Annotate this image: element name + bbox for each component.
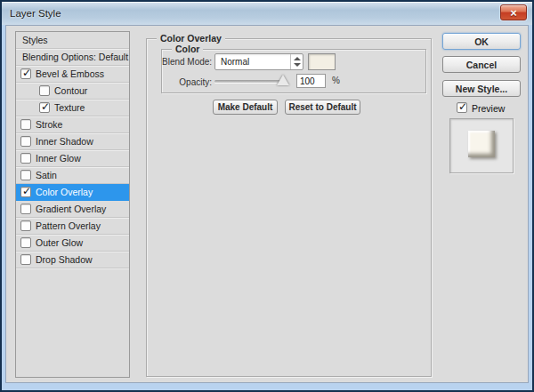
sidebar-item-outer-glow[interactable]: Outer Glow [16, 235, 129, 252]
sidebar-item-stroke[interactable]: Stroke [16, 116, 129, 133]
dialog-body: Styles Blending Options: Default Bevel &… [5, 25, 529, 383]
sidebar-item-label: Gradient Overlay [36, 201, 106, 217]
sidebar-item-texture[interactable]: Texture [16, 100, 129, 116]
sidebar-item-satin[interactable]: Satin [16, 167, 129, 184]
opacity-unit: % [332, 76, 340, 85]
new-style-button[interactable]: New Style... [442, 80, 521, 97]
slider-track [214, 80, 285, 83]
titlebar[interactable]: Layer Style × [2, 2, 532, 25]
styles-list: Styles Blending Options: Default Bevel &… [15, 31, 130, 378]
sidebar-item-gradient-overlay[interactable]: Gradient Overlay [16, 201, 129, 218]
sidebar-item-label: Texture [54, 100, 85, 116]
slider-thumb[interactable] [277, 75, 289, 85]
sidebar-item-blending-options-default[interactable]: Blending Options: Default [16, 49, 129, 66]
blend-mode-select[interactable]: Normal [214, 53, 303, 70]
sidebar-item-color-overlay[interactable]: Color Overlay [16, 184, 129, 201]
ok-button[interactable]: OK [442, 33, 521, 50]
preview-label: Preview [472, 102, 505, 115]
window-title: Layer Style [10, 2, 61, 25]
preview-toggle[interactable]: Preview [457, 102, 505, 115]
sidebar-item-contour[interactable]: Contour [16, 83, 129, 100]
sidebar-item-inner-shadow[interactable]: Inner Shadow [16, 133, 129, 150]
sidebar-item-label: Drop Shadow [36, 252, 93, 268]
group-title: Color [172, 43, 203, 55]
close-icon: × [501, 6, 526, 20]
sidebar-item-label: Bevel & Emboss [36, 66, 104, 82]
style-checkbox[interactable] [20, 237, 31, 248]
sidebar-item-label: Inner Shadow [36, 133, 93, 149]
reset-to-default-button[interactable]: Reset to Default [285, 100, 360, 115]
cancel-button[interactable]: Cancel [442, 56, 521, 73]
style-checkbox[interactable] [20, 220, 31, 231]
sidebar-item-label: Pattern Overlay [36, 218, 101, 234]
close-button[interactable]: × [500, 4, 527, 20]
sidebar-item-label: Contour [54, 83, 87, 99]
style-preview-square [468, 131, 495, 157]
sidebar-item-label: Outer Glow [36, 235, 83, 251]
make-default-button[interactable]: Make Default [213, 100, 278, 115]
style-checkbox[interactable] [20, 68, 31, 79]
sidebar-item-drop-shadow[interactable]: Drop Shadow [16, 252, 129, 268]
sidebar-item-label: Blending Options: Default [22, 49, 128, 65]
sidebar-item-pattern-overlay[interactable]: Pattern Overlay [16, 218, 129, 235]
color-swatch[interactable] [308, 53, 336, 70]
style-checkbox[interactable] [20, 187, 31, 197]
style-preview-thumbnail [449, 118, 514, 173]
sidebar-item-label: Inner Glow [36, 150, 81, 166]
style-checkbox[interactable] [39, 102, 50, 113]
preview-checkbox[interactable] [457, 102, 467, 113]
sidebar-item-bevel-emboss[interactable]: Bevel & Emboss [16, 66, 129, 83]
layer-style-dialog: Layer Style × Styles Blending Options: D… [0, 0, 534, 392]
sidebar-item-label: Styles [22, 32, 48, 48]
sidebar-item-label: Stroke [36, 116, 62, 132]
color-group: Color Blend Mode: Normal Opacity: % [161, 49, 426, 93]
style-checkbox[interactable] [39, 85, 50, 96]
style-checkbox[interactable] [20, 254, 31, 265]
blend-mode-value: Normal [221, 54, 249, 69]
opacity-input[interactable] [296, 74, 326, 88]
sidebar-item-label: Satin [36, 167, 57, 183]
sidebar-item-label: Color Overlay [36, 184, 93, 200]
opacity-label: Opacity: [162, 77, 212, 87]
style-checkbox[interactable] [20, 170, 31, 180]
blend-mode-label: Blend Mode: [162, 57, 212, 67]
opacity-slider[interactable] [214, 73, 295, 89]
sidebar-item-inner-glow[interactable]: Inner Glow [16, 150, 129, 167]
style-checkbox[interactable] [20, 119, 31, 130]
sidebar-item-styles[interactable]: Styles [16, 32, 129, 49]
style-checkbox[interactable] [20, 204, 31, 214]
updown-arrows-icon [290, 54, 303, 69]
style-checkbox[interactable] [20, 136, 31, 147]
color-overlay-panel: Color Overlay Color Blend Mode: Normal O… [146, 38, 432, 377]
style-checkbox[interactable] [20, 153, 31, 164]
